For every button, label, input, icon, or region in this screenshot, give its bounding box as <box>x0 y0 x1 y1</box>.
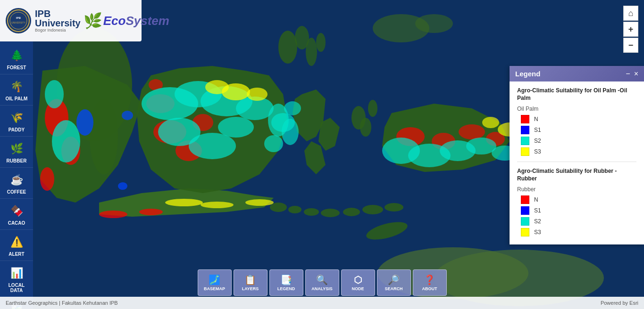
svg-point-19 <box>385 203 403 211</box>
svg-point-72 <box>482 117 499 128</box>
svg-point-66 <box>205 80 229 94</box>
zoom-controls: ⌂ + − <box>623 6 638 53</box>
toolbar-item-search[interactable]: 🔎 SEARCH <box>377 269 411 296</box>
legend-section-title-rubber-section: Agro-Climatic Suitability for Rubber -Ru… <box>517 168 636 182</box>
university-logo: IPB UNIVERSITY <box>6 8 31 33</box>
sidebar: 🌲 FOREST 🌴 OIL PALM 🌾 PADDY 🌿 RUBBER ☕ C… <box>0 41 33 309</box>
svg-point-25 <box>306 38 317 66</box>
cacao-icon: 🍫 <box>8 203 25 220</box>
analysis-toolbar-icon: 🔍 <box>316 274 328 285</box>
toolbar-item-legend[interactable]: 📑 LEGEND <box>269 269 303 296</box>
status-bar: Earthstar Geographics | Fakultas Kehutan… <box>0 297 644 309</box>
zoom-out-button[interactable]: − <box>623 38 638 53</box>
university-name-block: IPB University Bogor Indonesia <box>35 9 81 33</box>
about-toolbar-icon: ❓ <box>424 274 435 285</box>
bottom-toolbar: 🗾 BASEMAP 📋 LAYERS 📑 LEGEND 🔍 ANALYSIS ⬡… <box>198 269 447 296</box>
local-data-label: LOCAL DATA <box>2 283 31 293</box>
svg-point-13 <box>270 203 287 212</box>
svg-text:UNIVERSITY: UNIVERSITY <box>11 21 26 24</box>
about-toolbar-label: ABOUT <box>422 286 437 291</box>
legend-label-s3: S3 <box>534 148 541 155</box>
svg-point-31 <box>40 167 54 191</box>
sidebar-item-local-data[interactable]: 📊 LOCAL DATA <box>0 261 33 297</box>
svg-text:IPB: IPB <box>16 16 21 19</box>
oil-palm-icon: 🌴 <box>8 78 25 95</box>
svg-point-43 <box>76 109 93 136</box>
svg-point-17 <box>343 208 360 216</box>
svg-point-52 <box>218 117 254 138</box>
legend-item-oil-palm-section-s3: S3 <box>517 147 636 156</box>
coffee-label: COFFEE <box>7 189 26 195</box>
basemap-toolbar-label: BASEMAP <box>204 286 225 291</box>
legend-section-title-oil-palm-section: Agro-Climatic Suitability for Oil Palm -… <box>517 87 636 102</box>
sidebar-item-coffee[interactable]: ☕ COFFEE <box>0 168 33 199</box>
svg-point-51 <box>189 133 236 159</box>
svg-point-45 <box>118 182 127 190</box>
sidebar-item-oil-palm[interactable]: 🌴 OIL PALM <box>0 74 33 106</box>
svg-point-36 <box>99 211 127 218</box>
legend-category-rubber-section: Rubber <box>517 186 636 193</box>
home-button[interactable]: ⌂ <box>623 6 638 21</box>
alert-label: ALERT <box>8 252 24 257</box>
legend-label-s1: S1 <box>534 127 541 133</box>
oil-palm-label: OIL PALM <box>6 96 28 101</box>
svg-point-23 <box>278 31 297 64</box>
ecosystem-name: EcoSystem <box>103 13 169 28</box>
sidebar-item-rubber[interactable]: 🌿 RUBBER <box>0 137 33 168</box>
alert-icon: ⚠️ <box>8 234 25 251</box>
attribution-left: Earthstar Geographics | Fakultas Kehutan… <box>6 300 118 306</box>
sidebar-item-paddy[interactable]: 🌾 PADDY <box>0 106 33 137</box>
legend-color-n <box>521 195 529 204</box>
legend-color-s2 <box>521 217 529 226</box>
rubber-label: RUBBER <box>7 158 27 163</box>
svg-point-37 <box>139 209 163 215</box>
legend-color-s2 <box>521 137 529 145</box>
zoom-in-button[interactable]: + <box>623 22 638 37</box>
sidebar-item-alert[interactable]: ⚠️ ALERT <box>0 230 33 261</box>
svg-point-70 <box>245 199 274 206</box>
university-sub: Bogor Indonesia <box>35 28 81 33</box>
node-toolbar-label: NODE <box>351 286 364 291</box>
legend-body: Agro-Climatic Suitability for Oil Palm -… <box>510 81 644 244</box>
analysis-toolbar-label: ANALYSIS <box>311 286 333 291</box>
legend-title: Legend <box>515 70 540 78</box>
svg-point-53 <box>52 120 80 163</box>
svg-point-56 <box>264 135 283 152</box>
coffee-icon: ☕ <box>8 171 25 188</box>
svg-point-54 <box>45 80 64 108</box>
svg-point-15 <box>304 208 319 216</box>
svg-point-67 <box>247 88 268 101</box>
legend-label-s2: S2 <box>534 138 541 144</box>
svg-point-16 <box>321 209 340 217</box>
sidebar-item-cacao[interactable]: 🍫 CACAO <box>0 199 33 230</box>
ecosystem-logo: 🌿 EcoSystem <box>84 12 169 30</box>
legend-category-oil-palm-section: Oil Palm <box>517 106 636 112</box>
legend-toolbar-label: LEGEND <box>277 286 295 291</box>
svg-point-68 <box>165 199 203 206</box>
legend-item-oil-palm-section-s2: S2 <box>517 137 636 145</box>
forest-icon: 🌲 <box>8 47 25 64</box>
legend-close-button[interactable]: × <box>634 70 638 78</box>
svg-point-18 <box>362 205 383 214</box>
svg-point-40 <box>459 124 485 139</box>
svg-point-14 <box>288 206 301 213</box>
toolbar-item-layers[interactable]: 📋 LAYERS <box>234 269 268 296</box>
toolbar-item-analysis[interactable]: 🔍 ANALYSIS <box>305 269 339 296</box>
toolbar-item-node[interactable]: ⬡ NODE <box>341 269 375 296</box>
legend-panel: Legend − × Agro-Climatic Suitability for… <box>510 66 644 244</box>
svg-point-64 <box>282 119 299 145</box>
cacao-label: CACAO <box>8 220 25 226</box>
legend-color-s1 <box>521 206 529 215</box>
legend-label-s1: S1 <box>534 207 541 214</box>
legend-item-rubber-section-s3: S3 <box>517 228 636 236</box>
svg-point-28 <box>415 14 453 33</box>
toolbar-item-about[interactable]: ❓ ABOUT <box>413 269 447 296</box>
toolbar-item-basemap[interactable]: 🗾 BASEMAP <box>198 269 232 296</box>
sidebar-item-forest[interactable]: 🌲 FOREST <box>0 43 33 74</box>
layers-toolbar-label: LAYERS <box>242 286 259 291</box>
legend-minimize-button[interactable]: − <box>626 70 630 78</box>
layers-toolbar-icon: 📋 <box>244 274 256 285</box>
search-toolbar-icon: 🔎 <box>388 274 400 285</box>
legend-controls: − × <box>626 70 638 78</box>
node-toolbar-icon: ⬡ <box>354 274 362 285</box>
